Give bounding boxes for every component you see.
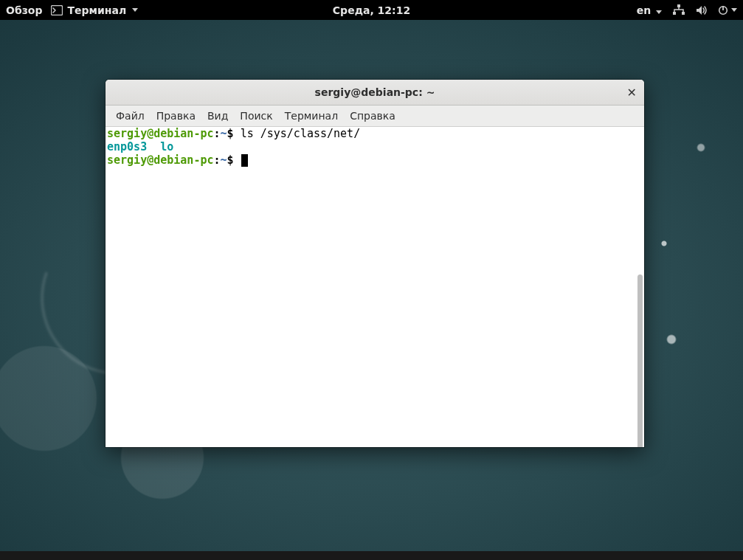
svg-rect-1 — [677, 4, 680, 7]
window-title: sergiy@debian-pc: ~ — [315, 86, 435, 98]
desktop: Обзор Терминал Среда, 12:12 en — [0, 0, 743, 560]
window-titlebar[interactable]: sergiy@debian-pc: ~ ✕ — [106, 80, 644, 106]
text-cursor — [241, 154, 248, 167]
prompt-userhost: sergiy@debian-pc — [107, 127, 214, 140]
prompt-sep: : — [214, 153, 221, 167]
clock[interactable]: Среда, 12:12 — [333, 4, 410, 16]
chevron-down-icon — [656, 10, 662, 14]
terminal-window: sergiy@debian-pc: ~ ✕ Файл Правка Вид По… — [106, 80, 644, 447]
app-menu-label: Терминал — [67, 4, 126, 16]
prompt-path: ~ — [221, 127, 227, 140]
ls-output: enp0s3 lo — [107, 140, 173, 153]
terminal-body[interactable]: sergiy@debian-pc:~$ ls /sys/class/net/ e… — [106, 127, 644, 447]
svg-rect-0 — [52, 5, 63, 15]
input-language-indicator[interactable]: en — [637, 4, 662, 16]
menu-terminal[interactable]: Терминал — [280, 108, 342, 123]
menu-search[interactable]: Поиск — [235, 108, 277, 123]
command-text: ls /sys/class/net/ — [241, 127, 361, 140]
chevron-down-icon — [132, 8, 138, 12]
activities-button[interactable]: Обзор — [6, 4, 42, 16]
prompt-path: ~ — [221, 153, 227, 167]
prompt-dollar: $ — [227, 127, 234, 140]
prompt-dollar: $ — [227, 153, 234, 167]
menu-edit[interactable]: Правка — [152, 108, 200, 123]
power-icon[interactable] — [718, 5, 737, 15]
volume-icon[interactable] — [696, 5, 708, 15]
app-menu[interactable]: Терминал — [51, 4, 138, 16]
svg-rect-3 — [682, 12, 685, 15]
prompt-userhost: sergiy@debian-pc — [107, 153, 214, 167]
language-label: en — [637, 4, 651, 16]
svg-rect-2 — [673, 12, 676, 15]
scrollbar-thumb[interactable] — [637, 274, 643, 447]
terminal-app-icon — [51, 5, 63, 15]
menu-view[interactable]: Вид — [203, 108, 232, 123]
network-icon[interactable] — [672, 4, 685, 16]
prompt-sep: : — [214, 127, 221, 140]
bottom-bar — [0, 551, 743, 560]
menu-help[interactable]: Справка — [345, 108, 400, 123]
menu-file[interactable]: Файл — [111, 108, 149, 123]
menu-bar: Файл Правка Вид Поиск Терминал Справка — [106, 106, 644, 127]
chevron-down-icon — [731, 8, 737, 12]
window-close-button[interactable]: ✕ — [627, 86, 637, 100]
top-bar: Обзор Терминал Среда, 12:12 en — [0, 0, 743, 20]
